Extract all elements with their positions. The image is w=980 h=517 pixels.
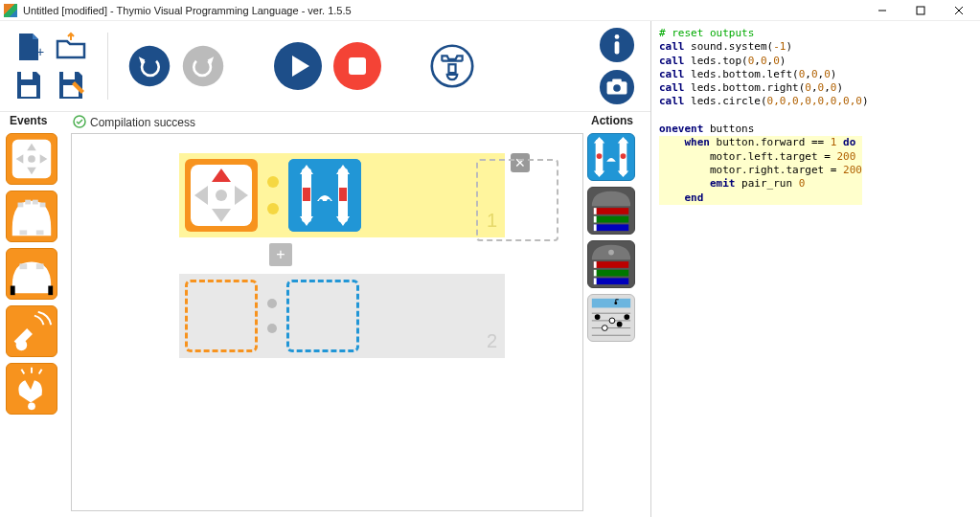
svg-point-41	[16, 340, 28, 351]
svg-rect-82	[594, 270, 597, 277]
svg-rect-32	[25, 200, 31, 205]
svg-point-30	[28, 155, 35, 163]
svg-rect-6	[21, 72, 33, 79]
run-button[interactable]	[273, 41, 323, 91]
svg-rect-35	[19, 230, 27, 235]
titlebar: Untitled [modified] - Thymio Visual Prog…	[0, 0, 980, 21]
svg-point-67	[597, 153, 603, 159]
screenshot-button[interactable]	[599, 69, 635, 105]
close-button[interactable]	[942, 0, 976, 21]
svg-text:+: +	[36, 44, 44, 59]
code-pane[interactable]: # reset outputs call sound.system(-1) ca…	[651, 21, 980, 517]
svg-point-71	[621, 153, 627, 159]
svg-rect-75	[594, 216, 597, 223]
svg-line-44	[21, 370, 24, 374]
redo-button[interactable]	[181, 44, 225, 88]
status-text: Compilation success	[90, 116, 195, 129]
svg-marker-69	[618, 137, 629, 144]
left-pane: +	[0, 21, 651, 517]
content-area: Events	[0, 112, 650, 517]
minimize-button[interactable]	[865, 0, 900, 21]
program-canvas[interactable]: 1 ✕ + 2	[71, 133, 583, 511]
svg-rect-81	[594, 270, 628, 277]
new-file-button[interactable]: +	[11, 30, 46, 64]
program-row-1[interactable]: 1 ✕	[179, 153, 505, 237]
actions-palette	[587, 131, 645, 342]
svg-rect-39	[11, 286, 15, 296]
svg-point-52	[216, 190, 227, 201]
svg-rect-8	[63, 72, 75, 79]
svg-rect-23	[612, 79, 622, 83]
svg-point-24	[613, 84, 621, 92]
svg-rect-83	[594, 278, 628, 284]
advanced-mode-button[interactable]	[430, 44, 474, 88]
svg-rect-80	[594, 261, 597, 268]
svg-rect-34	[40, 203, 46, 208]
svg-point-42	[28, 402, 35, 410]
save-as-button[interactable]	[54, 68, 88, 102]
svg-rect-17	[448, 64, 455, 73]
svg-point-10	[129, 46, 170, 86]
svg-point-92	[602, 326, 607, 331]
svg-rect-40	[48, 286, 53, 296]
svg-rect-85	[592, 299, 630, 308]
success-icon	[73, 115, 86, 131]
add-row-button[interactable]: +	[269, 243, 292, 266]
toolbar-separator	[107, 33, 108, 100]
svg-rect-79	[594, 261, 628, 268]
info-button[interactable]	[599, 27, 635, 63]
action-top-color-tile[interactable]	[587, 187, 635, 235]
save-button[interactable]	[11, 68, 46, 102]
row2-action-slot[interactable]	[286, 280, 359, 352]
svg-point-63	[327, 199, 330, 203]
row2-number: 2	[487, 330, 497, 352]
svg-point-11	[183, 46, 223, 86]
svg-rect-33	[33, 200, 38, 205]
svg-point-94	[617, 322, 623, 327]
open-file-button[interactable]	[54, 30, 88, 64]
row1-action-block[interactable]	[288, 159, 361, 232]
svg-point-62	[319, 199, 323, 203]
svg-rect-15	[349, 57, 366, 75]
row2-event-slot[interactable]	[185, 280, 258, 352]
svg-rect-7	[21, 85, 36, 97]
svg-rect-74	[594, 216, 628, 223]
event-tap-tile[interactable]	[6, 305, 57, 357]
svg-marker-66	[594, 170, 605, 177]
stop-button[interactable]	[332, 41, 382, 91]
svg-marker-70	[618, 170, 629, 177]
svg-point-78	[608, 250, 614, 256]
window-title: Untitled [modified] - Thymio Visual Prog…	[23, 5, 865, 16]
svg-rect-1	[917, 7, 924, 14]
svg-point-19	[615, 34, 620, 39]
svg-point-93	[609, 318, 615, 324]
svg-rect-37	[19, 263, 27, 269]
row1-extra-slot[interactable]	[476, 159, 558, 241]
svg-rect-61	[339, 188, 347, 201]
svg-rect-73	[594, 208, 597, 214]
svg-rect-31	[18, 203, 24, 208]
event-prox-ground-tile[interactable]	[6, 248, 57, 300]
action-motors-tile[interactable]	[587, 133, 635, 181]
svg-rect-57	[303, 188, 310, 201]
action-music-tile[interactable]	[587, 294, 635, 342]
svg-point-86	[614, 302, 617, 304]
svg-rect-77	[594, 224, 597, 231]
event-prox-horizontal-tile[interactable]	[6, 191, 57, 242]
maximize-button[interactable]	[903, 0, 938, 21]
row1-event-block[interactable]	[185, 159, 258, 232]
svg-rect-20	[615, 41, 620, 54]
svg-rect-76	[594, 224, 628, 231]
events-palette	[6, 131, 67, 415]
svg-line-45	[39, 370, 42, 374]
event-buttons-tile[interactable]	[6, 133, 57, 185]
undo-button[interactable]	[127, 44, 171, 88]
events-label: Events	[10, 114, 67, 127]
action-bottom-color-tile[interactable]	[587, 240, 635, 288]
svg-point-95	[624, 314, 629, 320]
svg-rect-36	[36, 230, 44, 235]
svg-marker-4	[33, 34, 38, 39]
event-clap-tile[interactable]	[6, 363, 57, 415]
program-row-2[interactable]: 2	[179, 274, 505, 358]
compile-status: Compilation success	[71, 112, 583, 133]
